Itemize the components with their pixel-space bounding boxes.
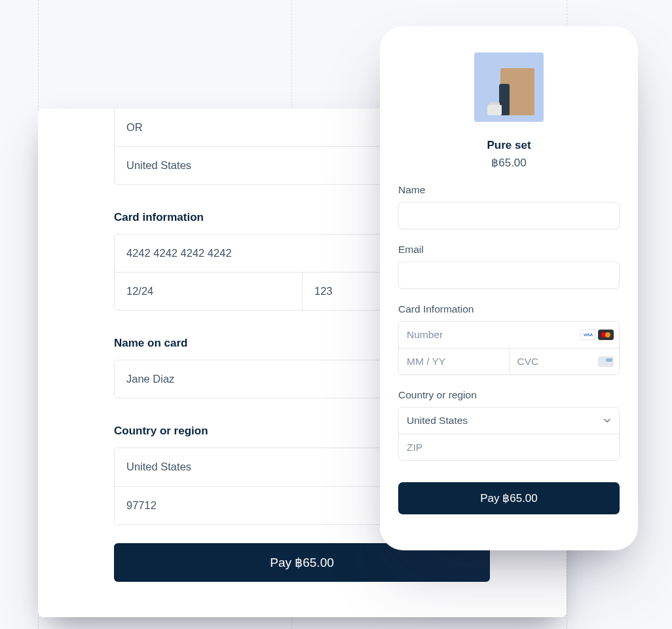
card-stack: Number VISA MM / YY CVC <box>398 321 620 375</box>
product-image <box>474 52 544 122</box>
product-price: ฿65.00 <box>398 156 620 170</box>
visa-icon: VISA <box>580 330 596 340</box>
name-label: Name <box>398 184 620 196</box>
zip-input[interactable]: ZIP <box>399 434 619 460</box>
email-input[interactable] <box>398 261 620 289</box>
country-stack: United States ZIP <box>398 407 620 461</box>
card-number-input[interactable]: Number VISA <box>399 322 619 348</box>
card-label: Card Information <box>398 303 620 315</box>
country-select[interactable]: United States <box>399 408 619 434</box>
email-label: Email <box>398 244 620 256</box>
mobile-checkout-preview: Pure set ฿65.00 Name Email Card Informat… <box>380 26 638 550</box>
card-cvc-input[interactable]: CVC <box>509 348 620 374</box>
mastercard-icon <box>598 330 614 340</box>
card-expiry-field[interactable]: 12/24 <box>115 272 302 310</box>
cvc-icon <box>598 356 614 367</box>
product-name: Pure set <box>398 139 620 152</box>
chevron-down-icon <box>603 417 611 425</box>
pay-button[interactable]: Pay ฿65.00 <box>398 482 620 514</box>
card-expiry-input[interactable]: MM / YY <box>399 348 509 374</box>
name-input[interactable] <box>398 202 620 229</box>
country-label: Country or region <box>398 389 620 401</box>
